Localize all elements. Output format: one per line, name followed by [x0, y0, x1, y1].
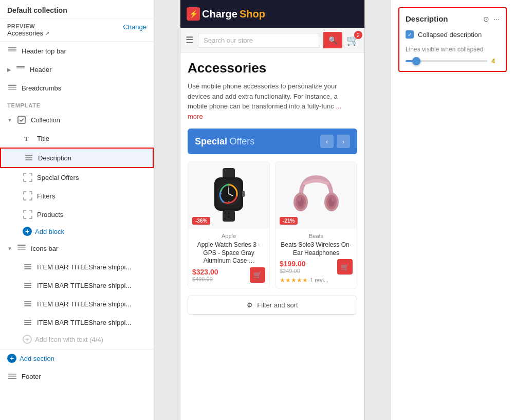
svg-rect-11 — [17, 247, 26, 248]
icons-bar-item-4-icon — [23, 317, 33, 327]
preview-content: Accessories Use mobile phone accessories… — [180, 53, 364, 327]
filter-sort-bar[interactable]: ⚙ Filter and sort — [188, 296, 357, 315]
stack-icon[interactable]: ⊙ — [483, 15, 489, 23]
slider-label: Lines visible when collapsed — [406, 46, 500, 53]
product-2-info: Beats Beats Solo3 Wireless On-Ear Headph… — [276, 229, 357, 288]
add-icon-plus-icon: + — [23, 335, 32, 344]
product-1-price-old: $499.00 — [192, 276, 218, 282]
nav-item-title[interactable]: T Title — [0, 129, 154, 148]
add-block-plus-icon: + — [23, 227, 32, 236]
svg-rect-4 — [16, 67, 25, 68]
slider-track[interactable] — [406, 60, 487, 62]
icons-bar-icon — [16, 243, 27, 253]
search-input-box[interactable]: Search our store — [198, 33, 319, 48]
product-img-2: -21% — [276, 162, 357, 229]
filter-sort-label: Filter and sort — [257, 301, 298, 309]
preview-value: Accessories ↗ — [7, 29, 49, 37]
collapsed-label: Collapsed description — [418, 31, 482, 39]
icons-bar-item-3-icon — [23, 299, 33, 309]
watch-svg — [203, 167, 254, 224]
nav-item-description[interactable]: Description — [0, 148, 154, 168]
svg-rect-6 — [8, 87, 16, 88]
svg-text:T: T — [24, 135, 29, 142]
page-title: Accessories — [188, 60, 357, 76]
product-1-price-new: $323.00 — [192, 268, 218, 276]
svg-rect-13 — [8, 374, 16, 375]
description-icon — [24, 153, 34, 163]
nav-item-products[interactable]: Products — [0, 205, 154, 224]
slider-value: 4 — [491, 57, 500, 65]
icons-bar-item-1[interactable]: ITEM BAR TITLEShare shippi... — [0, 258, 154, 276]
special-offers-label: Special Offers — [37, 174, 79, 181]
nav-item-filters[interactable]: Filters — [0, 187, 154, 205]
nav-item-special-offers[interactable]: Special Offers — [0, 168, 154, 187]
product-2-review-count: 1 revi... — [310, 277, 328, 283]
left-sidebar: Default collection PREVIEW Accessories ↗… — [0, 0, 154, 420]
hamburger-icon[interactable]: ☰ — [186, 34, 194, 46]
icons-bar-item-2[interactable]: ITEM BAR TITLEShare shippi... — [0, 276, 154, 295]
collapsed-checkbox-row[interactable]: ✓ Collapsed description — [406, 30, 500, 39]
product-2-prices: $199.00 $249.00 — [280, 260, 306, 274]
search-placeholder: Search our store — [204, 36, 314, 44]
add-section-plus-icon: + — [7, 354, 16, 363]
store-logo: ⚡ Charge Shop — [187, 7, 265, 21]
svg-rect-15 — [8, 378, 16, 379]
icons-bar-label: Icons bar — [31, 245, 58, 252]
icons-bar-item-3[interactable]: ITEM BAR TITLEShare shippi... — [0, 295, 154, 313]
next-arrow[interactable]: › — [337, 135, 350, 148]
more-icon[interactable]: ··· — [493, 15, 500, 23]
cart-icon-wrap[interactable]: 🛒 2 — [346, 34, 359, 46]
filter-icon: ⚙ — [247, 301, 253, 309]
svg-rect-7 — [8, 89, 16, 90]
nav-item-footer[interactable]: Footer — [0, 367, 154, 386]
add-section-button[interactable]: + Add section — [0, 349, 154, 367]
product-img-1: -36% — [188, 162, 269, 229]
product-2-add-cart[interactable]: 🛒 — [337, 259, 353, 275]
product-1-prices: $323.00 $499.00 — [192, 268, 218, 282]
special-offers-title: Special Offers — [195, 136, 254, 147]
add-block-button[interactable]: + Add block — [0, 224, 154, 239]
add-icon-label: Add Icon with text (4/4) — [35, 336, 103, 343]
collection-label: Collection — [31, 116, 60, 124]
collection-icon — [16, 115, 27, 125]
slider-thumb[interactable] — [412, 57, 420, 65]
product-2-stars: ★★★★★ — [280, 277, 308, 284]
description-panel: Description ⊙ ··· ✓ Collapsed descriptio… — [398, 7, 507, 72]
product-2-name: Beats Solo3 Wireless On-Ear Headphones — [280, 241, 353, 257]
title-icon: T — [23, 133, 33, 143]
header-top-bar-icon — [7, 46, 17, 56]
icons-bar-item-4[interactable]: ITEM BAR TITLEShare shippi... — [0, 313, 154, 332]
product-2-pricing: $199.00 $249.00 🛒 — [280, 259, 353, 275]
icons-bar-item-2-label: ITEM BAR TITLEShare shippi... — [37, 282, 131, 289]
nav-item-header[interactable]: ▶ Header — [0, 60, 154, 79]
search-bar: ☰ Search our store 🔍 🛒 2 — [180, 28, 364, 53]
special-bold: Special — [195, 136, 227, 147]
breadcrumbs-label: Breadcrumbs — [22, 84, 61, 92]
svg-rect-8 — [18, 116, 25, 123]
product-1-pricing: $323.00 $499.00 🛒 — [192, 267, 265, 283]
product-card-1[interactable]: -36% Apple Apple Watch Series 3 - GPS - … — [188, 161, 270, 288]
special-offers-banner: Special Offers ‹ › — [188, 129, 357, 154]
breadcrumbs-icon — [7, 83, 17, 93]
products-grid: -36% Apple Apple Watch Series 3 - GPS - … — [188, 161, 357, 288]
nav-item-icons-bar[interactable]: ▼ Icons bar — [0, 239, 154, 258]
nav-item-breadcrumbs[interactable]: Breadcrumbs — [0, 79, 154, 97]
slider-row: 4 — [406, 57, 500, 65]
collapsed-checkbox[interactable]: ✓ — [406, 30, 414, 39]
search-button[interactable]: 🔍 — [323, 32, 342, 48]
preview-info: PREVIEW Accessories ↗ — [7, 23, 49, 37]
svg-rect-28 — [242, 191, 245, 197]
main-preview: ⚡ Charge Shop ☰ Search our store 🔍 🛒 2 A… — [154, 0, 391, 420]
product-2-price-new: $199.00 — [280, 260, 306, 268]
change-button[interactable]: Change — [123, 23, 146, 31]
special-offers-icon — [23, 172, 33, 182]
products-icon — [23, 209, 33, 220]
product-card-2[interactable]: -21% Beats Beats Solo3 Wireless On-Ear H… — [275, 161, 357, 288]
product-1-info: Apple Apple Watch Series 3 - GPS - Space… — [188, 229, 269, 287]
product-1-add-cart[interactable]: 🛒 — [250, 267, 265, 283]
nav-item-collection[interactable]: ▼ Collection — [0, 111, 154, 129]
prev-arrow[interactable]: ‹ — [320, 135, 334, 148]
nav-item-header-top-bar[interactable]: Header top bar — [0, 42, 154, 60]
preview-label: PREVIEW — [7, 23, 49, 29]
filters-icon — [23, 191, 33, 201]
